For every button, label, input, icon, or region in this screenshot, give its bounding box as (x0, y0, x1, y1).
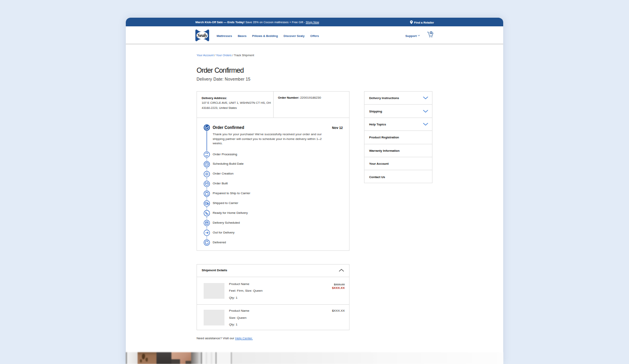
svg-text:0: 0 (430, 31, 432, 34)
svg-text:Sealy: Sealy (197, 33, 208, 38)
